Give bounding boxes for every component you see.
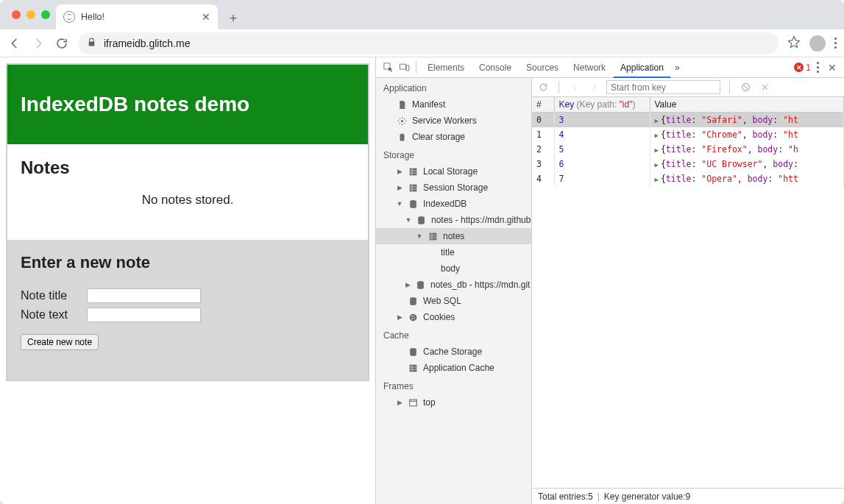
devtools-menu-button[interactable] — [817, 62, 819, 73]
devtools-tabbar: Elements Console Sources Network Applica… — [376, 57, 844, 78]
new-tab-button[interactable]: + — [222, 7, 244, 29]
table-row[interactable]: 47▶{title"Opera", body"htt — [532, 171, 844, 186]
inspect-element-icon[interactable] — [380, 60, 395, 75]
error-icon: ✕ — [794, 63, 804, 72]
svg-point-11 — [409, 313, 416, 321]
sidebar-cat-storage: Storage — [376, 145, 531, 163]
grid-icon — [408, 363, 418, 373]
sidebar-cat-application: Application — [376, 78, 531, 96]
forward-button[interactable] — [31, 36, 46, 51]
tab-network[interactable]: Network — [567, 57, 612, 78]
sidebar-item-idb-index-title[interactable]: title — [376, 244, 531, 260]
tab-application[interactable]: Application — [614, 57, 670, 78]
form-heading: Enter a new note — [21, 253, 355, 272]
sidebar-item-frame-top[interactable]: ▶top — [376, 394, 531, 411]
tab-elements[interactable]: Elements — [421, 57, 471, 78]
application-sidebar: Application Manifest Service Workers Cle… — [376, 78, 532, 504]
profile-avatar[interactable] — [809, 35, 826, 52]
table-row[interactable]: 36▶{title"UC Browser", body — [532, 157, 844, 171]
address-bar[interactable]: iframeidb.glitch.me — [78, 32, 779, 54]
grid-icon — [428, 231, 438, 241]
prev-page-icon[interactable] — [568, 81, 581, 94]
document-icon — [397, 99, 407, 110]
database-icon — [416, 215, 426, 225]
reload-button[interactable] — [54, 36, 69, 51]
table-row[interactable]: 14▶{title"Chrome", body"ht — [532, 127, 844, 142]
sidebar-item-idb-store-notes[interactable]: ▼notes — [376, 228, 531, 244]
sidebar-item-idb-notes-origin[interactable]: ▼notes - https://mdn.github — [376, 212, 531, 228]
frame-icon — [408, 397, 418, 408]
svg-rect-1 — [400, 64, 405, 69]
col-value[interactable]: Value — [650, 97, 844, 113]
notes-heading: Notes — [21, 157, 355, 178]
svg-rect-4 — [409, 168, 416, 175]
maximize-window-button[interactable] — [41, 10, 50, 19]
gear-icon — [397, 116, 407, 126]
refresh-icon[interactable] — [536, 81, 550, 94]
lock-icon — [87, 38, 96, 49]
globe-icon — [63, 11, 75, 23]
tab-title: Hello! — [81, 12, 104, 22]
database-icon — [416, 280, 425, 290]
sidebar-item-idb-index-body[interactable]: body — [376, 260, 531, 277]
window-controls — [9, 0, 56, 29]
idb-data-grid[interactable]: # Key (Key path: "id") Value 03▶{title"S… — [532, 97, 844, 488]
bookmark-icon[interactable] — [787, 35, 801, 51]
idb-status-bar: Total entries: 5 | Key generator value: … — [532, 488, 844, 504]
sidebar-item-cache-storage[interactable]: ▶Cache Storage — [376, 344, 531, 360]
back-button[interactable] — [7, 36, 22, 51]
tab-sources[interactable]: Sources — [519, 57, 565, 78]
table-row[interactable]: 25▶{title"Firefox", body"h — [532, 142, 844, 157]
start-from-key-input[interactable] — [606, 80, 720, 94]
sidebar-item-application-cache[interactable]: ▶Application Cache — [376, 360, 531, 376]
sidebar-item-local-storage[interactable]: ▶Local Storage — [376, 163, 531, 180]
sidebar-item-web-sql[interactable]: ▶Web SQL — [376, 293, 531, 309]
clear-store-icon[interactable] — [739, 81, 752, 94]
col-key[interactable]: Key (Key path: "id") — [554, 97, 650, 113]
browser-menu-button[interactable] — [834, 38, 837, 49]
delete-selected-icon[interactable] — [758, 81, 771, 94]
col-index[interactable]: # — [532, 97, 554, 113]
grid-icon — [408, 166, 418, 177]
sidebar-cat-cache: Cache — [376, 325, 531, 344]
minimize-window-button[interactable] — [26, 10, 35, 19]
more-tabs-button[interactable]: » — [672, 62, 683, 73]
database-icon — [408, 296, 418, 306]
table-row[interactable]: 03▶{title"Safari", body"ht — [532, 113, 844, 128]
database-icon — [408, 347, 418, 357]
svg-point-14 — [411, 318, 413, 319]
svg-rect-18 — [409, 400, 416, 406]
close-tab-icon[interactable]: ✕ — [202, 11, 210, 23]
svg-rect-5 — [409, 184, 416, 191]
note-title-input[interactable] — [87, 288, 201, 303]
browser-toolbar: iframeidb.glitch.me — [0, 29, 844, 57]
idb-data-panel: # Key (Key path: "id") Value 03▶{title"S… — [532, 78, 844, 504]
next-page-icon[interactable] — [587, 81, 600, 94]
error-badge[interactable]: ✕1 — [794, 63, 811, 73]
page-title: IndexedDB notes demo — [7, 65, 368, 144]
trash-icon — [397, 132, 407, 142]
sidebar-item-clear-storage[interactable]: Clear storage — [376, 129, 531, 145]
svg-point-15 — [414, 317, 415, 319]
devtools-close-button[interactable]: ✕ — [825, 62, 840, 74]
note-title-label: Note title — [21, 289, 79, 302]
svg-point-3 — [400, 119, 403, 121]
sidebar-item-service-workers[interactable]: Service Workers — [376, 113, 531, 129]
sidebar-item-session-storage[interactable]: ▶Session Storage — [376, 180, 531, 196]
sidebar-item-idb-notesdb-origin[interactable]: ▶notes_db - https://mdn.git — [376, 277, 531, 293]
note-text-input[interactable] — [87, 308, 201, 322]
database-icon — [408, 199, 418, 209]
grid-icon — [408, 182, 418, 193]
idb-toolbar — [532, 78, 844, 97]
browser-tab[interactable]: Hello! ✕ — [56, 4, 218, 29]
close-window-button[interactable] — [12, 10, 21, 19]
create-note-button[interactable]: Create new note — [21, 334, 99, 350]
empty-message: No notes stored. — [21, 193, 355, 222]
svg-rect-8 — [429, 233, 436, 240]
sidebar-item-manifest[interactable]: Manifest — [376, 96, 531, 113]
tab-console[interactable]: Console — [472, 57, 518, 78]
device-toolbar-icon[interactable] — [397, 60, 411, 75]
sidebar-item-indexeddb[interactable]: ▼IndexedDB — [376, 196, 531, 212]
page-viewport: IndexedDB notes demo Notes No notes stor… — [0, 57, 375, 504]
sidebar-item-cookies[interactable]: ▶Cookies — [376, 309, 531, 325]
